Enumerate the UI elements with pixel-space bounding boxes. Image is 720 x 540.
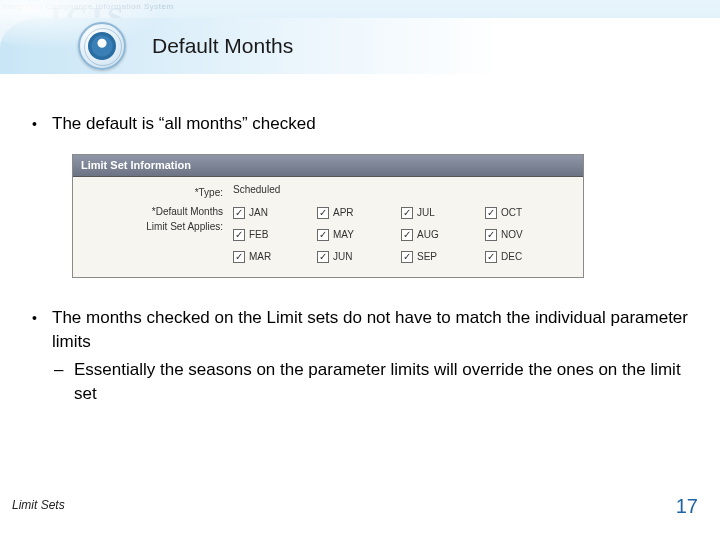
slide-header: Integrated Compliance Information System… <box>0 0 720 72</box>
section-label: Limit Sets <box>12 498 65 512</box>
month-apr: ✓APR <box>317 203 393 223</box>
checkbox-sep[interactable]: ✓ <box>401 251 413 263</box>
checkbox-aug[interactable]: ✓ <box>401 229 413 241</box>
month-oct: ✓OCT <box>485 203 561 223</box>
bullet-dot-icon <box>30 306 52 354</box>
bullet-2: The months checked on the Limit sets do … <box>30 306 690 354</box>
limit-set-info-screenshot: Limit Set Information *Type: *Default Mo… <box>72 154 584 278</box>
checkbox-jul[interactable]: ✓ <box>401 207 413 219</box>
bullet-1-text: The default is “all months” checked <box>52 112 316 136</box>
checkbox-jun[interactable]: ✓ <box>317 251 329 263</box>
page-number: 17 <box>676 495 698 518</box>
month-mar: ✓MAR <box>233 247 309 267</box>
month-jun: ✓JUN <box>317 247 393 267</box>
default-months-label-line2: Limit Set Applies: <box>146 221 223 232</box>
panel-title: Limit Set Information <box>73 155 583 177</box>
slide-title: Default Months <box>152 34 293 58</box>
checkbox-jan[interactable]: ✓ <box>233 207 245 219</box>
checkbox-feb[interactable]: ✓ <box>233 229 245 241</box>
bullet-1: The default is “all months” checked <box>30 112 690 136</box>
months-grid: ✓JAN ✓APR ✓JUL ✓OCT ✓FEB ✓MAY ✓AUG ✓NOV … <box>233 203 575 267</box>
bullet-2-text: The months checked on the Limit sets do … <box>52 306 690 354</box>
type-value: Scheduled <box>233 183 575 197</box>
bullet-dot-icon <box>30 112 52 136</box>
epa-logo-icon <box>78 22 126 70</box>
checkbox-dec[interactable]: ✓ <box>485 251 497 263</box>
checkbox-nov[interactable]: ✓ <box>485 229 497 241</box>
default-months-label-line1: Default Months <box>156 206 223 217</box>
bullet-2-sub-1: Essentially the seasons on the parameter… <box>30 358 690 406</box>
checkbox-mar[interactable]: ✓ <box>233 251 245 263</box>
checkbox-apr[interactable]: ✓ <box>317 207 329 219</box>
month-jan: ✓JAN <box>233 203 309 223</box>
month-sep: ✓SEP <box>401 247 477 267</box>
bullet-2-sub-1-text: Essentially the seasons on the parameter… <box>74 358 690 406</box>
month-jul: ✓JUL <box>401 203 477 223</box>
month-dec: ✓DEC <box>485 247 561 267</box>
checkbox-may[interactable]: ✓ <box>317 229 329 241</box>
slide-content: The default is “all months” checked Limi… <box>0 72 720 405</box>
checkbox-oct[interactable]: ✓ <box>485 207 497 219</box>
month-aug: ✓AUG <box>401 225 477 245</box>
type-label: Type: <box>199 187 223 198</box>
month-may: ✓MAY <box>317 225 393 245</box>
month-nov: ✓NOV <box>485 225 561 245</box>
month-feb: ✓FEB <box>233 225 309 245</box>
dash-icon <box>54 358 74 406</box>
